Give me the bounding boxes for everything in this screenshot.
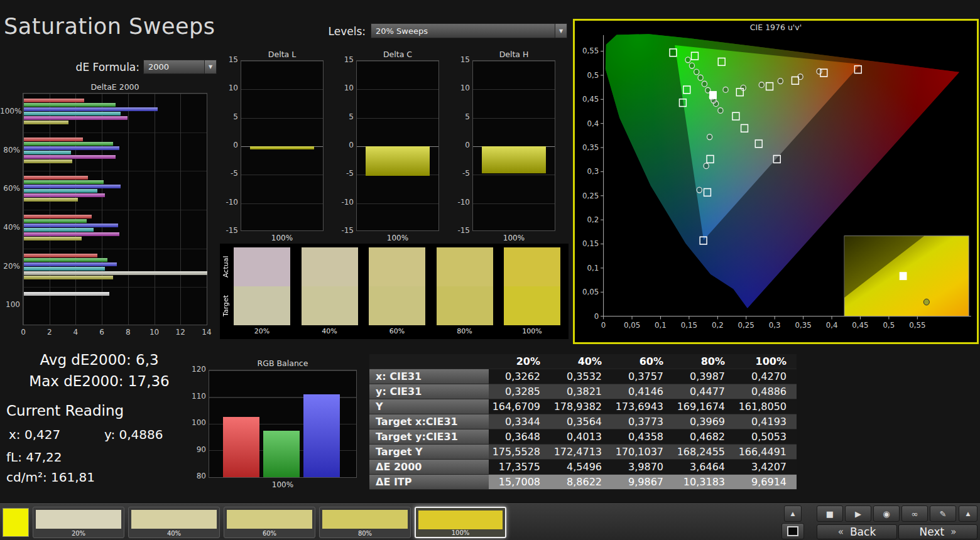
swatch-color <box>36 510 121 529</box>
bar <box>24 107 158 111</box>
row-label: y: CIE31 <box>369 384 489 399</box>
value-cell: 17,3575 <box>489 460 550 475</box>
svg-text:0,05: 0,05 <box>582 288 599 297</box>
deltae-chart <box>23 93 207 325</box>
bar <box>366 146 430 176</box>
svg-text:0,3: 0,3 <box>769 321 781 330</box>
value-cell: 0,3262 <box>489 369 550 384</box>
y-tick-label: 5 <box>336 112 354 121</box>
table-row: x: CIE310,32620,35320,37570,39870,4270 <box>369 369 797 384</box>
y-tick-label: 100 <box>0 300 20 309</box>
x-tick-label: 12 <box>175 328 186 337</box>
measurement-table: 20%40%60%80%100%x: CIE310,32620,35320,37… <box>369 354 797 490</box>
actual-target-swatch-panel: Actual Target 20%40%60%80%100% <box>220 244 569 339</box>
delta-h-x-label: 100% <box>472 234 555 242</box>
arrow-up-icon: ▲ <box>966 510 971 517</box>
bar <box>24 185 121 188</box>
continuous-measure-icon[interactable]: ∞ <box>901 505 928 522</box>
svg-text:0,2: 0,2 <box>587 215 599 225</box>
cie-title: CIE 1976 u'v' <box>575 23 977 32</box>
bar <box>24 271 207 275</box>
y-tick-label: -5 <box>336 169 354 178</box>
row-label: ΔE 2000 <box>369 460 489 475</box>
bar <box>24 142 113 146</box>
y-tick-label: -5 <box>220 169 238 178</box>
value-cell: 164,6709 <box>489 399 550 414</box>
y-tick-label: -15 <box>336 226 354 235</box>
swatch-color <box>322 510 408 529</box>
current-reading-label: Current Reading <box>6 402 124 419</box>
bar <box>24 176 88 180</box>
bar-blue <box>303 394 340 477</box>
value-cell: 8,8622 <box>550 475 612 490</box>
edit-icon[interactable]: ✎ <box>930 505 956 522</box>
avg-de-stat: Avg dE2000: 6,3 <box>11 352 187 368</box>
svg-text:0,5: 0,5 <box>883 321 895 330</box>
x-tick-label: 8 <box>122 328 134 337</box>
y-tick-label: -15 <box>452 226 470 235</box>
y-tick-label: 5 <box>220 112 238 121</box>
cie-diagram-panel: CIE 1976 u'v' <box>573 19 979 344</box>
next-label: Next <box>920 526 945 538</box>
bar <box>24 116 128 120</box>
svg-text:0,45: 0,45 <box>852 321 868 330</box>
delta-l-x-label: 100% <box>241 234 324 242</box>
y-tick-label: 10 <box>336 84 354 92</box>
swatch-label: 60% <box>224 530 315 537</box>
value-cell: 3,4207 <box>735 460 797 475</box>
actual-swatch-80% <box>437 247 493 286</box>
next-button[interactable]: Next » <box>898 524 977 539</box>
cie-y-ticks: 00,050,10,150,20,250,30,350,40,450,50,55 <box>582 46 604 321</box>
cie-x-ticks: 00,050,10,150,20,250,30,350,40,450,50,55 <box>601 316 926 330</box>
value-cell: 0,4886 <box>735 384 797 399</box>
saturation-swatch-button-40%[interactable]: 40% <box>128 507 220 538</box>
bottom-toolbar: 20%40%60%80%100% ▲ ■▶◉∞✎ ▲ « Back Next » <box>0 502 980 540</box>
value-cell: 0,3532 <box>550 369 612 384</box>
svg-text:0: 0 <box>594 311 599 321</box>
value-cell: 161,8050 <box>735 399 797 414</box>
bar <box>24 224 118 227</box>
value-cell: 0,3987 <box>673 369 735 384</box>
value-cell: 0,4013 <box>550 429 612 445</box>
back-button[interactable]: « Back <box>817 524 897 539</box>
value-cell: 166,4491 <box>735 445 797 460</box>
saturation-swatch-button-60%[interactable]: 60% <box>224 507 315 538</box>
swatch-column-label: 60% <box>369 327 425 335</box>
scroll-up-button-left[interactable]: ▲ <box>784 505 802 522</box>
y-tick-label: 40% <box>0 223 20 232</box>
saturation-swatch-button-100%[interactable]: 100% <box>415 507 506 538</box>
single-measure-icon[interactable]: ◉ <box>873 505 900 522</box>
bar <box>24 146 119 150</box>
scroll-up-button-right[interactable]: ▲ <box>959 505 977 522</box>
bar <box>24 262 117 266</box>
value-cell: 0,3285 <box>489 384 550 399</box>
value-cell: 3,6464 <box>673 460 735 475</box>
svg-text:0,4: 0,4 <box>826 321 838 330</box>
x-tick-label: 2 <box>44 328 55 337</box>
value-cell: 0,4193 <box>735 414 797 429</box>
inset-measured-dot <box>923 299 929 305</box>
swatch-color <box>227 510 312 529</box>
bar <box>24 99 84 102</box>
target-swatch-80% <box>437 286 493 325</box>
value-cell: 168,2455 <box>673 445 735 460</box>
value-cell: 0,4682 <box>673 429 735 445</box>
delta-c-plot <box>356 60 439 231</box>
value-cell: 0,4358 <box>612 429 673 445</box>
bar <box>24 215 92 219</box>
stop-icon[interactable]: ■ <box>817 505 843 522</box>
saturation-swatch-button-80%[interactable]: 80% <box>319 507 411 538</box>
delta-h-plot <box>472 60 555 231</box>
chevron-down-icon: ▼ <box>204 60 216 73</box>
y-tick-label: 110 <box>188 392 206 401</box>
saturation-swatch-button-20%[interactable]: 20% <box>33 507 124 538</box>
rgb-balance-chart: 100% 1201101009080 <box>209 370 357 478</box>
display-mode-button[interactable] <box>781 523 804 539</box>
value-cell: 0,3648 <box>489 429 550 445</box>
play-icon[interactable]: ▶ <box>845 505 871 522</box>
de-formula-dropdown[interactable]: 2000 ▼ <box>143 60 217 74</box>
x-tick-label: 6 <box>96 328 107 337</box>
levels-dropdown[interactable]: 20% Sweeps ▼ <box>371 23 567 38</box>
deltae-chart-title: DeltaE 2000 <box>23 82 207 92</box>
swatch-column-label: 40% <box>302 327 358 335</box>
